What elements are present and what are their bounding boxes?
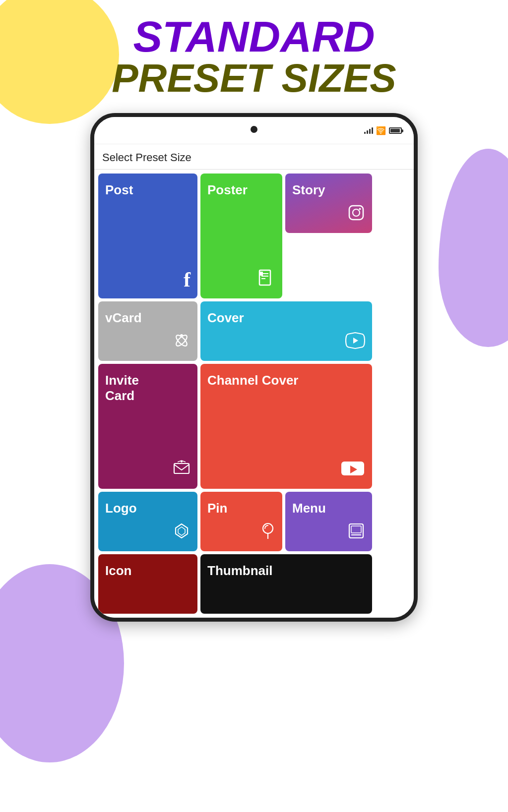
channel-label: Channel Cover xyxy=(207,373,365,388)
pin-icon xyxy=(260,522,275,544)
presets-grid: Post f Poster Story xyxy=(94,170,414,618)
vcard-label: vCard xyxy=(105,310,190,326)
cover-label: Cover xyxy=(207,310,365,326)
status-bar: 🛜 xyxy=(94,117,414,144)
vcard-icon xyxy=(173,332,190,354)
svg-rect-4 xyxy=(259,272,263,276)
invite-label: InviteCard xyxy=(105,373,190,404)
svg-point-12 xyxy=(181,461,183,463)
battery-icon xyxy=(389,127,402,134)
preset-thumbnail[interactable]: Thumbnail xyxy=(200,554,372,614)
signal-icon xyxy=(364,127,373,134)
status-icons: 🛜 xyxy=(364,126,402,135)
wifi-icon: 🛜 xyxy=(376,126,386,135)
preset-story[interactable]: Story xyxy=(285,174,372,233)
preset-cover[interactable]: Cover xyxy=(200,301,372,361)
svg-rect-17 xyxy=(351,526,361,533)
svg-point-10 xyxy=(180,334,183,337)
screen-title: Select Preset Size xyxy=(94,144,414,170)
header-line1: STANDARD xyxy=(0,15,508,58)
preset-icon[interactable]: Icon xyxy=(98,554,197,614)
story-label: Story xyxy=(292,182,365,198)
thumbnail-label: Thumbnail xyxy=(207,563,365,579)
logo-icon xyxy=(173,522,190,544)
header-line2: PRESET SIZES xyxy=(0,58,508,98)
preset-invite[interactable]: InviteCard xyxy=(98,364,197,489)
poster-icon xyxy=(257,269,275,291)
preset-vcard[interactable]: vCard xyxy=(98,301,197,361)
svg-point-6 xyxy=(353,209,360,216)
poster-label: Poster xyxy=(207,182,275,198)
svg-rect-11 xyxy=(174,464,189,473)
camera-notch xyxy=(251,126,257,133)
phone-container: 🛜 Select Preset Size Post f Poster xyxy=(90,113,418,622)
svg-rect-5 xyxy=(349,206,363,220)
preset-channel[interactable]: Channel Cover xyxy=(200,364,372,489)
post-label: Post xyxy=(105,182,190,198)
bg-purple-blob-right xyxy=(439,149,508,347)
preset-poster[interactable]: Poster xyxy=(200,174,282,298)
phone-mockup: 🛜 Select Preset Size Post f Poster xyxy=(90,113,418,622)
menu-icon xyxy=(347,522,365,544)
logo-label: Logo xyxy=(105,501,190,516)
icon-label: Icon xyxy=(105,563,190,579)
preset-menu[interactable]: Menu xyxy=(285,492,372,551)
invite-icon xyxy=(173,460,190,482)
channel-icon xyxy=(340,460,365,482)
menu-label: Menu xyxy=(292,501,365,516)
preset-post[interactable]: Post f xyxy=(98,174,197,298)
story-icon xyxy=(347,204,365,226)
preset-logo[interactable]: Logo xyxy=(98,492,197,551)
post-icon: f xyxy=(184,268,190,291)
preset-pin[interactable]: Pin xyxy=(200,492,282,551)
cover-icon xyxy=(345,332,365,354)
svg-point-7 xyxy=(359,208,361,210)
pin-label: Pin xyxy=(207,501,275,516)
header: STANDARD PRESET SIZES xyxy=(0,0,508,113)
